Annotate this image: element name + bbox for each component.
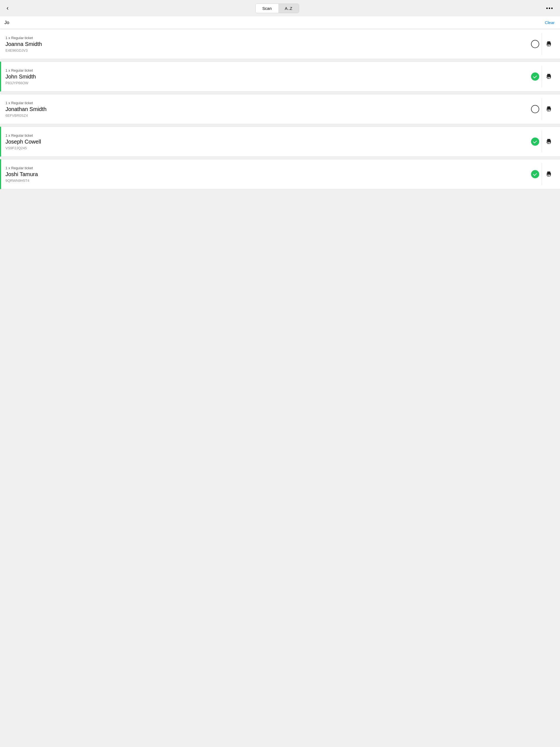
list-divider xyxy=(0,157,560,159)
print-button[interactable] xyxy=(542,98,556,120)
ticket-name: Joanna Smidth xyxy=(5,41,528,47)
check-filled-icon xyxy=(531,137,539,146)
svg-rect-27 xyxy=(548,175,550,175)
tab-group: Scan A..Z xyxy=(255,4,299,13)
ticket-code: 6EFVBR0SZ4 xyxy=(5,113,528,118)
checkin-button[interactable] xyxy=(528,131,542,153)
check-empty-icon xyxy=(531,105,539,113)
svg-rect-4 xyxy=(548,45,549,46)
ticket-actions xyxy=(528,98,556,120)
ticket-type: 1 x Regular ticket xyxy=(5,36,528,40)
svg-rect-9 xyxy=(548,77,550,78)
svg-rect-23 xyxy=(546,141,547,141)
print-button[interactable] xyxy=(542,33,556,55)
svg-rect-15 xyxy=(548,110,550,110)
search-bar: Clear xyxy=(0,17,560,29)
more-button[interactable]: ••• xyxy=(544,4,556,12)
ticket-code: 9QRWN9H5T4 xyxy=(5,179,528,183)
svg-rect-5 xyxy=(546,44,547,44)
svg-rect-19 xyxy=(548,139,551,140)
svg-rect-14 xyxy=(548,109,551,111)
svg-rect-3 xyxy=(548,45,550,45)
ticket-code: E4E96GDJV3 xyxy=(5,48,528,52)
checkin-button[interactable] xyxy=(528,33,542,55)
back-button[interactable]: ‹ xyxy=(4,4,11,13)
svg-rect-10 xyxy=(548,78,549,78)
print-button[interactable] xyxy=(542,66,556,87)
check-filled-icon xyxy=(531,73,539,81)
svg-rect-16 xyxy=(548,110,549,111)
printer-icon xyxy=(545,106,552,113)
svg-rect-29 xyxy=(546,174,547,174)
tab-az[interactable]: A..Z xyxy=(278,4,299,13)
checkin-button[interactable] xyxy=(528,66,542,87)
tab-scan[interactable]: Scan xyxy=(256,4,278,13)
ticket-code: VS9F2JQ245 xyxy=(5,146,528,150)
ticket-type: 1 x Regular ticket xyxy=(5,68,528,73)
svg-rect-8 xyxy=(548,77,551,79)
ticket-info: 1 x Regular ticket Joanna Smidth E4E96GD… xyxy=(5,36,528,52)
ticket-info: 1 x Regular ticket Joshi Tamura 9QRWN9H5… xyxy=(5,166,528,183)
print-button[interactable] xyxy=(542,131,556,153)
ticket-info: 1 x Regular ticket Joseph Cowell VS9F2JQ… xyxy=(5,133,528,150)
ticket-type: 1 x Regular ticket xyxy=(5,133,528,137)
ticket-name: John Smidth xyxy=(5,74,528,80)
printer-icon xyxy=(545,73,552,80)
check-filled-icon xyxy=(531,170,539,178)
search-input[interactable] xyxy=(4,20,543,25)
ticket-code: P83JYP66OW xyxy=(5,81,528,85)
ticket-item: 1 x Regular ticket Joseph Cowell VS9F2JQ… xyxy=(0,127,560,157)
svg-rect-7 xyxy=(548,74,551,75)
ticket-actions xyxy=(528,163,556,185)
printer-icon xyxy=(545,171,552,178)
svg-rect-11 xyxy=(546,76,547,77)
ticket-name: Joshi Tamura xyxy=(5,171,528,177)
ticket-info: 1 x Regular ticket Jonathan Smidth 6EFVB… xyxy=(5,101,528,118)
checkin-button[interactable] xyxy=(528,98,542,120)
ticket-list: 1 x Regular ticket Joanna Smidth E4E96GD… xyxy=(0,29,560,189)
ticket-item: 1 x Regular ticket Joanna Smidth E4E96GD… xyxy=(0,29,560,59)
ticket-name: Joseph Cowell xyxy=(5,138,528,145)
svg-rect-25 xyxy=(548,172,551,173)
check-empty-icon xyxy=(531,40,539,48)
clear-button[interactable]: Clear xyxy=(543,20,556,25)
svg-rect-22 xyxy=(548,143,549,143)
ticket-type: 1 x Regular ticket xyxy=(5,101,528,105)
header: ‹ Scan A..Z ••• xyxy=(0,0,560,17)
list-divider xyxy=(0,59,560,61)
ticket-item: 1 x Regular ticket Joshi Tamura 9QRWN9H5… xyxy=(0,159,560,189)
checkin-button[interactable] xyxy=(528,163,542,185)
ticket-name: Jonathan Smidth xyxy=(5,106,528,112)
svg-rect-21 xyxy=(548,143,550,143)
ticket-info: 1 x Regular ticket John Smidth P83JYP66O… xyxy=(5,68,528,85)
ticket-actions xyxy=(528,66,556,87)
list-divider xyxy=(0,92,560,94)
printer-icon xyxy=(545,41,552,48)
svg-rect-13 xyxy=(548,106,551,108)
svg-rect-17 xyxy=(546,108,547,109)
print-button[interactable] xyxy=(542,163,556,185)
ticket-item: 1 x Regular ticket John Smidth P83JYP66O… xyxy=(0,61,560,92)
ticket-actions xyxy=(528,33,556,55)
svg-rect-28 xyxy=(548,176,549,176)
ticket-type: 1 x Regular ticket xyxy=(5,166,528,170)
svg-rect-1 xyxy=(548,41,551,43)
printer-icon xyxy=(545,138,552,145)
ticket-item: 1 x Regular ticket Jonathan Smidth 6EFVB… xyxy=(0,94,560,124)
ticket-actions xyxy=(528,131,556,153)
list-divider xyxy=(0,124,560,127)
